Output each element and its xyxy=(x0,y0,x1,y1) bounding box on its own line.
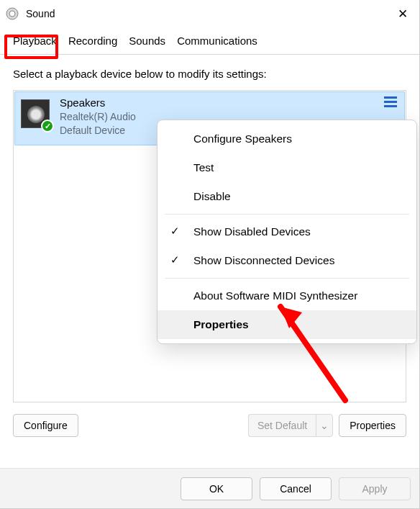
configure-button[interactable]: Configure xyxy=(13,414,78,437)
set-default-split-button: Set Default ⌄ xyxy=(248,414,333,437)
hamburger-icon[interactable] xyxy=(384,96,397,107)
set-default-button[interactable]: Set Default xyxy=(248,414,316,437)
tab-sounds[interactable]: Sounds xyxy=(123,27,171,54)
svg-point-1 xyxy=(9,11,15,17)
window-title: Sound xyxy=(26,8,386,19)
tab-communications[interactable]: Communications xyxy=(171,27,263,54)
tab-strip: Playback Recording Sounds Communications xyxy=(0,27,419,55)
cm-show-disabled[interactable]: ✓ Show Disabled Devices xyxy=(158,217,416,246)
device-status: Default Device xyxy=(60,124,136,138)
dialog-footer: OK Cancel Apply xyxy=(0,468,419,508)
device-driver: Realtek(R) Audio xyxy=(60,110,136,124)
apply-button[interactable]: Apply xyxy=(339,477,411,500)
close-button[interactable]: ✕ xyxy=(386,0,419,27)
button-row: Configure Set Default ⌄ Properties xyxy=(13,402,406,437)
cm-about-midi[interactable]: About Software MIDI Synthesizer xyxy=(158,281,416,310)
cm-configure-speakers[interactable]: Configure Speakers xyxy=(158,125,416,153)
close-icon: ✕ xyxy=(398,6,408,22)
cancel-button[interactable]: Cancel xyxy=(260,477,332,500)
cm-separator-1 xyxy=(165,214,409,215)
cm-label: Show Disabled Devices xyxy=(193,225,311,238)
cm-label: Show Disconnected Devices xyxy=(193,254,334,267)
sound-icon xyxy=(6,7,19,20)
default-check-icon: ✓ xyxy=(41,120,54,132)
ok-button[interactable]: OK xyxy=(181,477,252,500)
device-text: Speakers Realtek(R) Audio Default Device xyxy=(60,96,136,138)
check-icon: ✓ xyxy=(170,225,180,238)
cm-disable[interactable]: Disable xyxy=(158,182,416,211)
properties-button[interactable]: Properties xyxy=(339,414,406,437)
instruction-text: Select a playback device below to modify… xyxy=(13,68,406,80)
chevron-down-icon: ⌄ xyxy=(320,420,329,431)
device-icon-wrap: ✓ xyxy=(21,99,50,128)
cm-properties[interactable]: Properties xyxy=(158,310,416,339)
cm-show-disconnected[interactable]: ✓ Show Disconnected Devices xyxy=(158,246,416,275)
cm-test[interactable]: Test xyxy=(158,153,416,182)
set-default-dropdown[interactable]: ⌄ xyxy=(316,414,333,437)
cm-separator-2 xyxy=(165,278,409,279)
check-icon: ✓ xyxy=(170,253,180,266)
context-menu: Configure Speakers Test Disable ✓ Show D… xyxy=(157,120,417,344)
device-name: Speakers xyxy=(60,96,136,109)
title-bar: Sound ✕ xyxy=(0,0,419,27)
tab-recording[interactable]: Recording xyxy=(63,27,123,54)
